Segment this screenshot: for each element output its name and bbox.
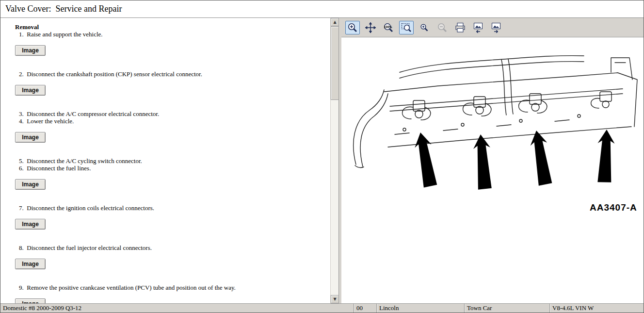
- step-text: 8. Disconnect the fuel injector electric…: [19, 244, 319, 251]
- step-group: 5. Disconnect the A/C cycling switch con…: [15, 157, 319, 190]
- pan-icon: [365, 22, 376, 33]
- zoom-in-small-icon: [419, 22, 430, 33]
- image-button[interactable]: Image: [15, 132, 46, 143]
- procedure-panel: Removal 1. Raise and support the vehicle…: [0, 18, 338, 303]
- zoom-out-icon: [436, 22, 448, 33]
- step-group: 7. Disconnect the ignition coils electri…: [15, 204, 319, 230]
- step-lines: 7. Disconnect the ignition coils electri…: [15, 204, 319, 212]
- step-lines: 1. Raise and support the vehicle.: [15, 31, 319, 38]
- step-text: 1. Raise and support the vehicle.: [19, 31, 319, 38]
- step-text: 5. Disconnect the A/C cycling switch con…: [19, 157, 319, 165]
- figure-caption: AA3407-A: [590, 202, 637, 213]
- status-make: Lincoln: [376, 304, 464, 313]
- previous-figure-icon: [472, 22, 484, 33]
- step-lines: 2. Disconnect the crankshaft position (C…: [15, 70, 319, 78]
- svg-text:100%: 100%: [384, 25, 392, 28]
- scrollbar-up-button[interactable]: ▲: [331, 18, 338, 26]
- zoom-in-small-button[interactable]: [417, 21, 432, 34]
- engine-illustration: AA3407-A: [341, 37, 644, 303]
- step-text: 9. Remove the positive crankcase ventila…: [19, 284, 319, 291]
- scrollbar-down-button[interactable]: ▼: [331, 295, 338, 303]
- zoom-100-button[interactable]: 100%: [381, 21, 396, 34]
- step-lines: 5. Disconnect the A/C cycling switch con…: [15, 157, 319, 172]
- procedure-article: Removal 1. Raise and support the vehicle…: [0, 18, 330, 303]
- page-title: Valve Cover: Service and Repair: [5, 4, 122, 14]
- status-year: 00: [354, 304, 376, 313]
- step-text: 2. Disconnect the crankshaft position (C…: [19, 70, 319, 78]
- step-group: 2. Disconnect the crankshaft position (C…: [15, 70, 319, 96]
- pan-button[interactable]: [363, 21, 378, 34]
- zoom-in-button[interactable]: [345, 21, 360, 34]
- step-text: 7. Disconnect the ignition coils electri…: [19, 204, 319, 212]
- step-group: 9. Remove the positive crankcase ventila…: [15, 284, 319, 303]
- title-bar: Valve Cover: Service and Repair: [0, 0, 644, 18]
- zoom-100-icon: 100%: [383, 22, 394, 33]
- step-text: 4. Lower the vehicle.: [19, 117, 319, 125]
- previous-figure-button[interactable]: [471, 21, 485, 34]
- section-heading: Removal: [15, 23, 319, 31]
- next-figure-button[interactable]: [489, 21, 503, 34]
- figure-toolbar: 100%: [341, 18, 644, 37]
- step-group: 8. Disconnect the fuel injector electric…: [15, 244, 319, 269]
- zoom-out-button[interactable]: [435, 21, 450, 34]
- print-icon: [454, 22, 466, 33]
- image-button[interactable]: Image: [15, 219, 46, 230]
- zoom-fit-button[interactable]: [399, 21, 414, 34]
- zoom-in-icon: [347, 22, 358, 33]
- callout-arrows: [412, 129, 615, 190]
- image-button[interactable]: Image: [15, 85, 46, 96]
- print-button[interactable]: [453, 21, 467, 34]
- figure-viewport[interactable]: AA3407-A: [341, 37, 644, 303]
- image-button[interactable]: Image: [15, 259, 46, 269]
- image-button[interactable]: Image: [15, 298, 46, 303]
- main-split: Removal 1. Raise and support the vehicle…: [0, 18, 644, 303]
- next-figure-icon: [490, 22, 502, 33]
- vertical-scrollbar[interactable]: ▲ ▼: [330, 18, 338, 303]
- scrollbar-thumb[interactable]: [331, 26, 338, 100]
- step-lines: 8. Disconnect the fuel injector electric…: [15, 244, 319, 251]
- image-button[interactable]: Image: [15, 45, 46, 56]
- status-engine: V8-4.6L VIN W: [549, 304, 644, 313]
- image-button[interactable]: Image: [15, 179, 46, 190]
- step-lines: 9. Remove the positive crankcase ventila…: [15, 284, 319, 291]
- steps-container: 1. Raise and support the vehicle.Image2.…: [15, 31, 319, 303]
- step-text: 6. Disconnect the fuel lines.: [19, 165, 319, 172]
- step-group: 3. Disconnect the A/C compressor electri…: [15, 110, 319, 143]
- zoom-fit-icon: [401, 22, 412, 33]
- status-bar: Domestic #8 2000-2009 Q3-12 00 Lincoln T…: [0, 303, 644, 313]
- status-database: Domestic #8 2000-2009 Q3-12: [0, 304, 354, 313]
- app-window: Valve Cover: Service and Repair Removal …: [0, 0, 644, 313]
- step-group: 1. Raise and support the vehicle.Image: [15, 31, 319, 56]
- figure-panel: 100%: [341, 18, 644, 303]
- status-model: Town Car: [464, 304, 549, 313]
- step-text: 3. Disconnect the A/C compressor electri…: [19, 110, 319, 117]
- step-lines: 3. Disconnect the A/C compressor electri…: [15, 110, 319, 125]
